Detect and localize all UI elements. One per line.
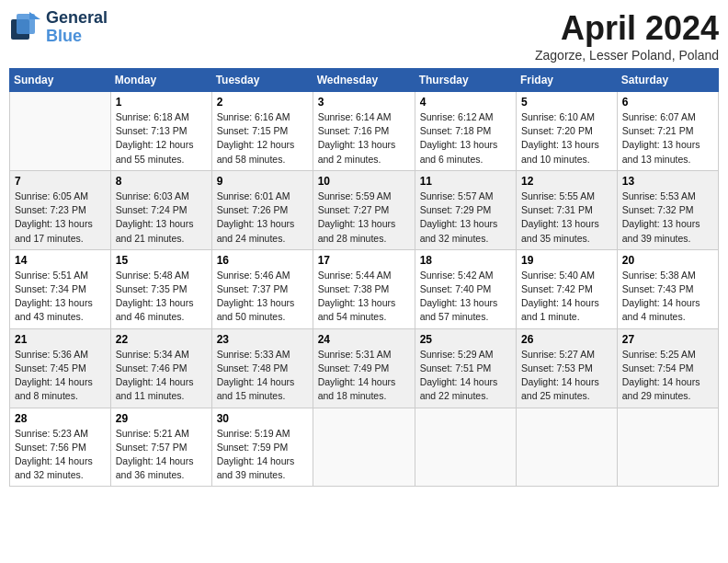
- calendar-day-cell: 5Sunrise: 6:10 AM Sunset: 7:20 PM Daylig…: [517, 92, 618, 171]
- day-info: Sunrise: 6:12 AM Sunset: 7:18 PM Dayligh…: [420, 110, 511, 167]
- day-info: Sunrise: 6:03 AM Sunset: 7:24 PM Dayligh…: [116, 190, 207, 246]
- day-number: 11: [420, 175, 511, 188]
- calendar-week-row: 28Sunrise: 5:23 AM Sunset: 7:56 PM Dayli…: [10, 408, 719, 487]
- day-info: Sunrise: 5:34 AM Sunset: 7:46 PM Dayligh…: [116, 348, 207, 404]
- day-number: 21: [15, 333, 106, 346]
- day-number: 1: [116, 96, 207, 109]
- day-info: Sunrise: 5:46 AM Sunset: 7:37 PM Dayligh…: [217, 269, 308, 325]
- calendar-day-cell: 19Sunrise: 5:40 AM Sunset: 7:42 PM Dayli…: [517, 249, 618, 328]
- calendar-header-row: Sunday Monday Tuesday Wednesday Thursday…: [10, 69, 719, 92]
- day-number: 18: [420, 254, 511, 267]
- day-info: Sunrise: 5:21 AM Sunset: 7:57 PM Dayligh…: [116, 427, 207, 483]
- calendar-day-cell: 22Sunrise: 5:34 AM Sunset: 7:46 PM Dayli…: [110, 328, 211, 408]
- calendar-week-row: 1Sunrise: 6:18 AM Sunset: 7:13 PM Daylig…: [10, 92, 719, 171]
- day-number: 4: [420, 96, 511, 109]
- header-saturday: Saturday: [617, 69, 718, 92]
- day-info: Sunrise: 5:59 AM Sunset: 7:27 PM Dayligh…: [318, 190, 410, 246]
- day-info: Sunrise: 5:48 AM Sunset: 7:35 PM Dayligh…: [116, 269, 207, 325]
- day-number: 29: [116, 412, 207, 425]
- header-monday: Monday: [110, 69, 211, 92]
- day-info: Sunrise: 5:31 AM Sunset: 7:49 PM Dayligh…: [318, 348, 410, 404]
- calendar-day-cell: 2Sunrise: 6:16 AM Sunset: 7:15 PM Daylig…: [211, 92, 313, 171]
- calendar-table: Sunday Monday Tuesday Wednesday Thursday…: [9, 68, 719, 487]
- header-sunday: Sunday: [10, 69, 111, 92]
- calendar-day-cell: [10, 92, 111, 171]
- day-number: 19: [521, 254, 612, 267]
- day-number: 17: [318, 254, 410, 267]
- day-info: Sunrise: 5:19 AM Sunset: 7:59 PM Dayligh…: [217, 427, 308, 483]
- calendar-day-cell: [617, 408, 718, 487]
- calendar-day-cell: 25Sunrise: 5:29 AM Sunset: 7:51 PM Dayli…: [415, 328, 516, 408]
- calendar-day-cell: 20Sunrise: 5:38 AM Sunset: 7:43 PM Dayli…: [617, 249, 718, 328]
- day-number: 16: [217, 254, 308, 267]
- day-info: Sunrise: 5:44 AM Sunset: 7:38 PM Dayligh…: [318, 269, 410, 325]
- day-info: Sunrise: 6:05 AM Sunset: 7:23 PM Dayligh…: [15, 190, 106, 246]
- calendar-day-cell: 3Sunrise: 6:14 AM Sunset: 7:16 PM Daylig…: [313, 92, 415, 171]
- calendar-day-cell: 23Sunrise: 5:33 AM Sunset: 7:48 PM Dayli…: [211, 328, 313, 408]
- day-number: 12: [521, 175, 612, 188]
- logo-general: General: [46, 9, 108, 28]
- calendar-day-cell: 15Sunrise: 5:48 AM Sunset: 7:35 PM Dayli…: [110, 249, 211, 328]
- day-info: Sunrise: 6:18 AM Sunset: 7:13 PM Dayligh…: [116, 110, 207, 167]
- day-number: 2: [217, 96, 308, 109]
- calendar-day-cell: 8Sunrise: 6:03 AM Sunset: 7:24 PM Daylig…: [110, 170, 211, 249]
- day-info: Sunrise: 6:14 AM Sunset: 7:16 PM Dayligh…: [318, 110, 410, 167]
- calendar-day-cell: 10Sunrise: 5:59 AM Sunset: 7:27 PM Dayli…: [313, 170, 415, 249]
- header-friday: Friday: [517, 69, 618, 92]
- day-number: 24: [318, 333, 410, 346]
- calendar-day-cell: 12Sunrise: 5:55 AM Sunset: 7:31 PM Dayli…: [517, 170, 618, 249]
- day-info: Sunrise: 6:01 AM Sunset: 7:26 PM Dayligh…: [217, 190, 308, 246]
- day-number: 9: [217, 175, 308, 188]
- day-number: 13: [622, 175, 713, 188]
- day-number: 5: [521, 96, 612, 109]
- day-info: Sunrise: 6:16 AM Sunset: 7:15 PM Dayligh…: [217, 110, 308, 167]
- calendar-day-cell: 7Sunrise: 6:05 AM Sunset: 7:23 PM Daylig…: [10, 170, 111, 249]
- calendar-day-cell: 1Sunrise: 6:18 AM Sunset: 7:13 PM Daylig…: [110, 92, 211, 171]
- day-info: Sunrise: 5:23 AM Sunset: 7:56 PM Dayligh…: [15, 427, 106, 483]
- calendar-week-row: 21Sunrise: 5:36 AM Sunset: 7:45 PM Dayli…: [10, 328, 719, 408]
- calendar-day-cell: 11Sunrise: 5:57 AM Sunset: 7:29 PM Dayli…: [415, 170, 516, 249]
- day-info: Sunrise: 5:33 AM Sunset: 7:48 PM Dayligh…: [217, 348, 308, 404]
- day-number: 26: [521, 333, 612, 346]
- calendar-day-cell: 30Sunrise: 5:19 AM Sunset: 7:59 PM Dayli…: [211, 408, 313, 487]
- title-block: April 2024 Zagorze, Lesser Poland, Polan…: [535, 9, 719, 63]
- calendar-day-cell: 9Sunrise: 6:01 AM Sunset: 7:26 PM Daylig…: [211, 170, 313, 249]
- day-number: 3: [318, 96, 410, 109]
- header-thursday: Thursday: [415, 69, 516, 92]
- day-info: Sunrise: 5:38 AM Sunset: 7:43 PM Dayligh…: [622, 269, 713, 325]
- day-info: Sunrise: 5:51 AM Sunset: 7:34 PM Dayligh…: [15, 269, 106, 325]
- calendar-day-cell: 26Sunrise: 5:27 AM Sunset: 7:53 PM Dayli…: [517, 328, 618, 408]
- day-number: 8: [116, 175, 207, 188]
- calendar-day-cell: [313, 408, 415, 487]
- page-header: General Blue April 2024 Zagorze, Lesser …: [9, 9, 719, 63]
- calendar-week-row: 7Sunrise: 6:05 AM Sunset: 7:23 PM Daylig…: [10, 170, 719, 249]
- day-info: Sunrise: 5:53 AM Sunset: 7:32 PM Dayligh…: [622, 190, 713, 246]
- day-number: 15: [116, 254, 207, 267]
- day-info: Sunrise: 5:42 AM Sunset: 7:40 PM Dayligh…: [420, 269, 511, 325]
- logo-blue: Blue: [46, 28, 108, 46]
- calendar-day-cell: 24Sunrise: 5:31 AM Sunset: 7:49 PM Dayli…: [313, 328, 415, 408]
- day-number: 22: [116, 333, 207, 346]
- day-info: Sunrise: 6:07 AM Sunset: 7:21 PM Dayligh…: [622, 110, 713, 167]
- day-info: Sunrise: 5:36 AM Sunset: 7:45 PM Dayligh…: [15, 348, 106, 404]
- calendar-day-cell: 27Sunrise: 5:25 AM Sunset: 7:54 PM Dayli…: [617, 328, 718, 408]
- day-info: Sunrise: 5:55 AM Sunset: 7:31 PM Dayligh…: [521, 190, 612, 246]
- svg-marker-2: [29, 12, 40, 19]
- day-info: Sunrise: 5:25 AM Sunset: 7:54 PM Dayligh…: [622, 348, 713, 404]
- day-number: 23: [217, 333, 308, 346]
- header-tuesday: Tuesday: [211, 69, 313, 92]
- day-number: 25: [420, 333, 511, 346]
- location: Zagorze, Lesser Poland, Poland: [535, 48, 719, 63]
- calendar-day-cell: 14Sunrise: 5:51 AM Sunset: 7:34 PM Dayli…: [10, 249, 111, 328]
- day-info: Sunrise: 5:27 AM Sunset: 7:53 PM Dayligh…: [521, 348, 612, 404]
- day-info: Sunrise: 5:29 AM Sunset: 7:51 PM Dayligh…: [420, 348, 511, 404]
- logo: General Blue: [9, 9, 108, 46]
- calendar-day-cell: 29Sunrise: 5:21 AM Sunset: 7:57 PM Dayli…: [110, 408, 211, 487]
- calendar-day-cell: 16Sunrise: 5:46 AM Sunset: 7:37 PM Dayli…: [211, 249, 313, 328]
- calendar-day-cell: 4Sunrise: 6:12 AM Sunset: 7:18 PM Daylig…: [415, 92, 516, 171]
- day-number: 7: [15, 175, 106, 188]
- calendar-day-cell: 18Sunrise: 5:42 AM Sunset: 7:40 PM Dayli…: [415, 249, 516, 328]
- calendar-day-cell: [415, 408, 516, 487]
- day-number: 14: [15, 254, 106, 267]
- calendar-day-cell: 17Sunrise: 5:44 AM Sunset: 7:38 PM Dayli…: [313, 249, 415, 328]
